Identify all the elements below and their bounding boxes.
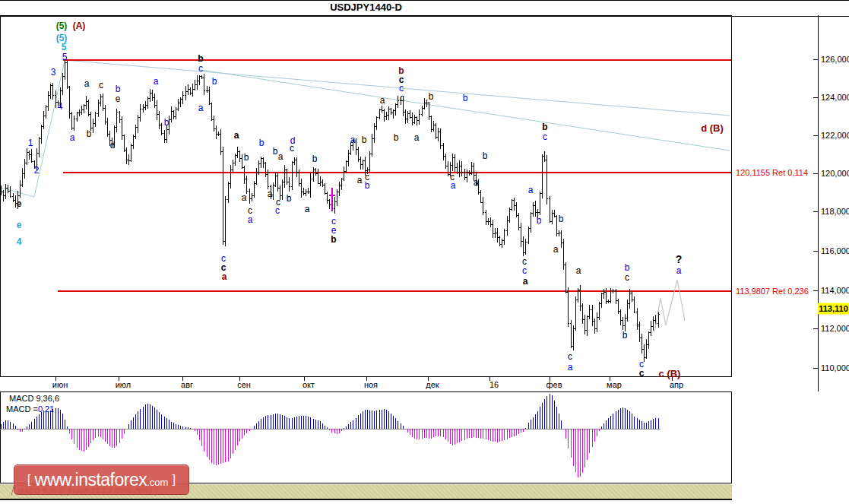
price-axis-label: 118,000 xyxy=(821,207,849,216)
wave-label: a xyxy=(528,185,534,195)
wave-label: a xyxy=(84,79,90,88)
wave-label: 3 xyxy=(51,68,56,77)
time-axis-label: авг xyxy=(181,380,193,389)
chart-title: USDJPY1440-D xyxy=(0,2,732,13)
wave-label: 2 xyxy=(34,166,40,175)
wave-label: b xyxy=(198,54,203,63)
wave-label: b xyxy=(312,154,318,163)
wave-label: b xyxy=(116,84,121,94)
wave-label: d xyxy=(110,141,116,150)
wave-label: a xyxy=(576,266,581,275)
wave-label: b xyxy=(259,138,265,147)
wave-label: 5 xyxy=(62,43,67,52)
wave-label: e xyxy=(17,199,22,208)
wave-label: c xyxy=(568,352,572,361)
wave-label: b xyxy=(537,216,542,225)
wave-label: e xyxy=(116,94,121,103)
price-axis-label: 114,000 xyxy=(821,286,849,295)
level-label: 120,1155 Ret 0,114 xyxy=(736,168,808,177)
wave-label: c xyxy=(639,369,645,378)
wave-label: c xyxy=(198,64,203,73)
wave-label: (5) xyxy=(56,21,68,30)
wave-label: a xyxy=(474,178,479,187)
wave-label: 1 xyxy=(28,138,33,147)
wave-label: a xyxy=(676,266,682,275)
time-axis-label: апр xyxy=(670,380,683,389)
time-axis-label: фев xyxy=(546,380,562,389)
wave-label: b xyxy=(394,133,399,142)
wave-label: b xyxy=(398,66,404,75)
wave-label: b xyxy=(542,122,547,132)
wave-label: a xyxy=(523,277,528,286)
wave-label: a xyxy=(154,77,159,86)
price-axis-label: 120,000 xyxy=(821,169,849,178)
price-axis-label: 126,000 xyxy=(821,55,849,64)
price-axis-label: 112,000 xyxy=(821,324,849,333)
time-axis-label: ноя xyxy=(364,380,378,389)
wave-label: 5 xyxy=(62,52,68,62)
price-axis-label: 116,000 xyxy=(821,246,849,255)
wave-label: b xyxy=(362,135,367,144)
wave-label: b xyxy=(273,147,278,156)
macd-value-label: MACD = xyxy=(6,404,38,414)
time-axis-label: дек xyxy=(426,380,439,389)
macd-indicator-name: MACD 9,36,6 xyxy=(9,394,59,403)
wave-label: (A) xyxy=(73,21,86,30)
wave-label: 4 xyxy=(58,102,63,111)
time-axis-label: окт xyxy=(303,380,315,389)
wave-label: a xyxy=(380,96,385,105)
price-axis-label: 110,000 xyxy=(821,363,849,372)
time-axis-label: 16 xyxy=(489,380,499,389)
wave-label: a xyxy=(451,181,456,190)
logo-bracket-right: ] xyxy=(168,472,179,487)
wave-label: b xyxy=(365,181,370,190)
time-axis-label: июн xyxy=(52,380,68,389)
wave-label: a xyxy=(414,133,420,142)
wave-label: a xyxy=(553,245,559,254)
wave-label: b xyxy=(164,118,169,127)
wave-label: a xyxy=(278,152,284,161)
wave-label: c xyxy=(400,94,404,103)
chart-canvas[interactable] xyxy=(0,0,849,504)
wave-label: c xyxy=(522,266,527,275)
current-price-tag: 113,110 xyxy=(818,303,849,315)
wave-label: d (B) xyxy=(701,123,724,133)
wave-label: a xyxy=(357,176,363,185)
logo-suffix: .com xyxy=(147,472,168,488)
time-axis-label: июл xyxy=(116,380,131,389)
wave-label: 4 xyxy=(17,237,22,246)
wave-label: a xyxy=(242,193,247,202)
wave-label: a xyxy=(268,189,273,198)
price-axis-label: 122,000 xyxy=(821,131,849,140)
wave-label: a xyxy=(222,272,227,281)
time-axis-label: сен xyxy=(237,380,251,389)
instaforex-logo[interactable]: [www.instaforex.com] xyxy=(14,464,189,495)
wave-label: b xyxy=(429,92,434,101)
wave-label: a xyxy=(198,103,204,113)
wave-label: b xyxy=(483,151,488,160)
wave-label: a xyxy=(568,363,573,372)
chart-window: USDJPY1440-D (5)(A)(5)553412ee4acbeabdab… xyxy=(0,0,849,504)
wave-label: c xyxy=(543,132,547,141)
wave-label: b xyxy=(625,263,630,272)
macd-value: 0,21 xyxy=(38,404,54,414)
wave-label: a xyxy=(70,133,75,142)
wave-label: b xyxy=(244,153,249,162)
wave-label: c xyxy=(275,206,280,215)
wave-label: b xyxy=(622,331,628,340)
wave-label: b xyxy=(87,129,92,138)
logo-bracket-left: [ xyxy=(24,472,35,487)
wave-label: b xyxy=(559,214,564,223)
wave-label: c xyxy=(99,81,103,90)
level-label: 113,9807 Ret 0,236 xyxy=(736,287,809,296)
price-axis-label: 124,000 xyxy=(821,93,849,102)
wave-label: c xyxy=(625,273,629,282)
wave-label: a xyxy=(234,131,239,140)
wave-label: a xyxy=(305,204,310,214)
title-bar: USDJPY1440-D xyxy=(0,0,849,17)
macd-value-line: MACD =0,21 xyxy=(6,404,54,414)
wave-label: c (B) xyxy=(659,369,681,379)
wave-label: c xyxy=(290,144,294,153)
wave-label: b xyxy=(331,235,336,244)
wave-label: e xyxy=(17,220,22,230)
